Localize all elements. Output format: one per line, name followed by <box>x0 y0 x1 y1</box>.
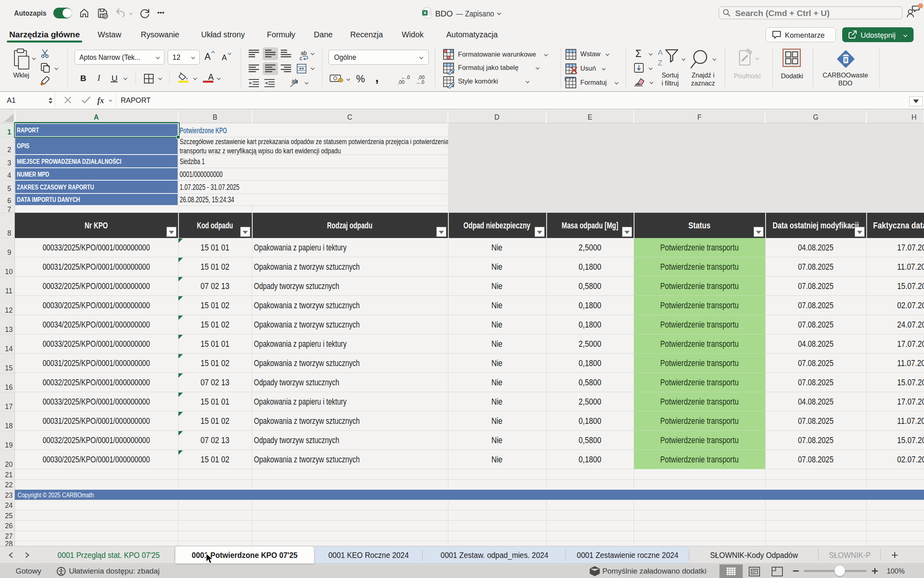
svg-text:A: A <box>658 48 663 57</box>
svg-text:,00: ,00 <box>398 79 405 85</box>
svg-text:→.0: →.0 <box>415 79 424 85</box>
svg-text:Z: Z <box>658 59 663 67</box>
